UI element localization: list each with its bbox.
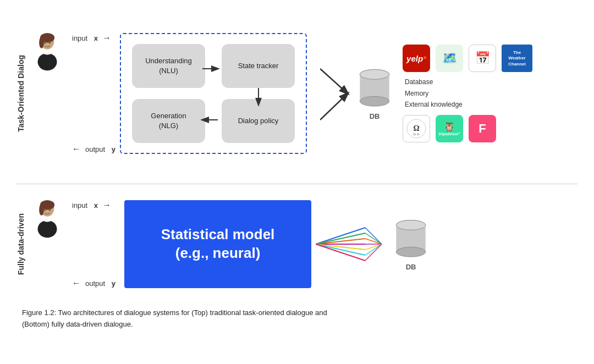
svg-point-21: [38, 220, 57, 238]
top-db-label: DB: [370, 112, 380, 120]
svg-point-41: [396, 220, 425, 230]
calendar-icon: 📅: [469, 45, 496, 72]
caption-text: Figure 1.2: Two architectures of dialogu…: [22, 308, 327, 328]
svg-point-3: [38, 53, 57, 71]
wikipedia-icon: Ω Ω Ω: [403, 115, 430, 142]
section-divider: [16, 184, 578, 184]
svg-text:Ω Ω: Ω Ω: [413, 133, 419, 136]
module-nlu: Understanding(NLU): [132, 44, 205, 88]
statistical-model-box: Statistical model (e.g., neural): [124, 200, 311, 288]
bottom-db-label: DB: [406, 263, 416, 271]
svg-line-36: [365, 244, 382, 255]
top-avatar: [31, 33, 64, 71]
module-state-tracker: State tracker: [222, 44, 295, 88]
top-input-label: input x →: [72, 33, 116, 43]
svg-text:Ω: Ω: [413, 124, 419, 133]
icons-col: yelp* 🗺️ 📅 TheWeatherChannel Database Me…: [403, 45, 532, 142]
neural-wires: [316, 217, 387, 272]
tripadvisor-icon: 🦉 tripadvisor°: [436, 115, 463, 142]
foursquare-icon: F: [469, 115, 496, 142]
top-section: Task-Oriented Dialog input: [16, 11, 578, 176]
bottom-output-arrow: ←: [72, 278, 81, 288]
top-right-section: yelp* 🗺️ 📅 TheWeatherChannel Database Me…: [403, 45, 532, 142]
bottom-input-arrow: →: [102, 200, 111, 210]
top-avatar-container: [31, 33, 64, 154]
svg-point-14: [360, 69, 389, 79]
svg-line-10: [320, 93, 348, 120]
svg-line-9: [320, 69, 348, 93]
svg-line-29: [316, 244, 365, 255]
top-db-cylinder: DB: [355, 67, 394, 120]
icons-row-bottom: Ω Ω Ω 🦉 tripadvisor° F: [403, 115, 532, 142]
dashed-box: Understanding(NLU) State tracker Generat…: [120, 33, 318, 154]
svg-point-13: [360, 96, 389, 106]
bottom-avatar-container: [31, 200, 64, 288]
db-info-col: Database Memory External knowledge: [403, 76, 532, 110]
svg-point-20: [39, 204, 44, 216]
bottom-avatar: [31, 200, 64, 239]
svg-point-4: [44, 41, 46, 43]
svg-point-22: [44, 208, 46, 211]
bottom-output-label: ← output y: [72, 278, 116, 288]
yelp-icon: yelp*: [403, 45, 430, 72]
main-container: Task-Oriented Dialog input: [0, 0, 594, 364]
svg-line-25: [316, 233, 365, 244]
svg-point-2: [39, 37, 44, 48]
weather-icon: TheWeatherChannel: [502, 45, 532, 72]
maps-icon: 🗺️: [436, 45, 463, 72]
bottom-db-cylinder: DB: [392, 218, 430, 271]
top-io-labels: input x → ← output y: [72, 33, 116, 154]
module-nlg: Generation(NLG): [132, 99, 205, 143]
top-output-label: ← output y: [72, 144, 116, 154]
module-dialog-policy: Dialog policy: [222, 99, 295, 143]
svg-line-32: [365, 233, 382, 244]
box-to-db-arrows: [320, 33, 353, 154]
top-output-arrow: ←: [72, 144, 81, 154]
caption: Figure 1.2: Two architectures of dialogu…: [16, 307, 578, 330]
icons-row-top: yelp* 🗺️ 📅 TheWeatherChannel: [403, 45, 532, 72]
svg-point-40: [396, 247, 425, 257]
top-input-arrow: →: [102, 33, 111, 43]
svg-point-23: [49, 208, 51, 211]
svg-point-5: [49, 41, 51, 43]
bottom-input-label: input x →: [72, 200, 116, 210]
top-section-label: Task-Oriented Dialog: [16, 55, 25, 132]
bottom-section-label: Fully data-driven: [16, 213, 25, 275]
bottom-io-labels: input x → ← output y: [72, 200, 116, 288]
bottom-section: Fully data-driven input x → ← outp: [16, 192, 578, 296]
